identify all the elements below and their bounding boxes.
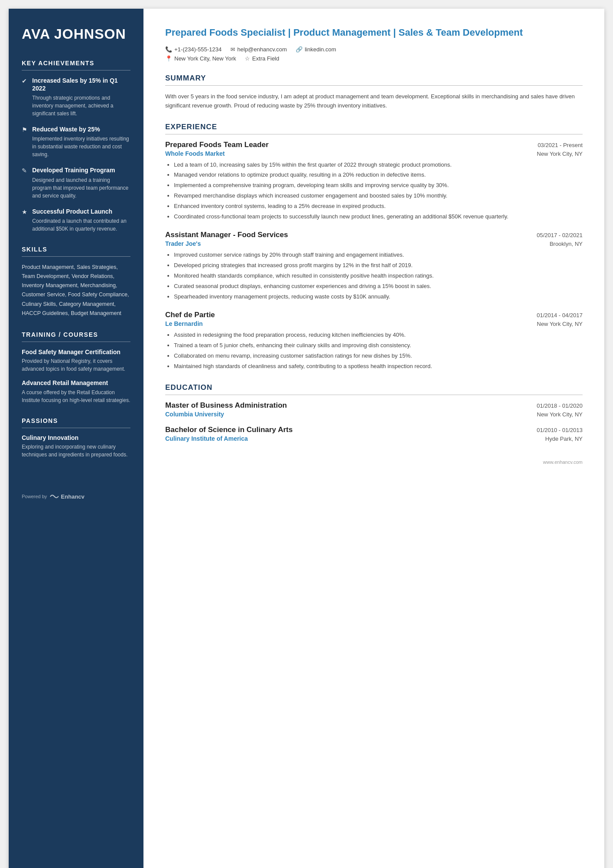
- skills-title: SKILLS: [22, 246, 130, 253]
- location-value: New York City, New York: [174, 55, 236, 62]
- achievement-item-1: ✔ Increased Sales by 15% in Q1 2022 Thro…: [22, 77, 130, 117]
- exp-company-row-1: Whole Foods Market New York City, NY: [165, 150, 583, 157]
- exp-bullet-1-4: Revamped merchandise displays which incr…: [174, 191, 583, 201]
- contact-row-2: 📍 New York City, New York ☆ Extra Field: [165, 55, 583, 62]
- main-footer: www.enhancv.com: [165, 459, 583, 465]
- exp-dates-1: 03/2021 - Present: [538, 142, 583, 148]
- powered-by-label: Powered by: [22, 494, 47, 499]
- training-course-2-desc: A course offered by the Retail Education…: [22, 389, 130, 404]
- exp-bullets-1: Led a team of 10, increasing sales by 15…: [165, 161, 583, 221]
- exp-title-3: Chef de Partie: [165, 311, 215, 319]
- achievement-title-1: Increased Sales by 15% in Q1 2022: [32, 77, 130, 92]
- exp-item-1: Prepared Foods Team Leader 03/2021 - Pre…: [165, 141, 583, 221]
- achievement-desc-4: Coordinated a launch that contributed an…: [22, 217, 130, 233]
- achievement-header-4: ★ Successful Product Launch: [22, 208, 130, 215]
- skills-text: Product Management, Sales Strategies, Te…: [22, 263, 130, 318]
- training-course-1-desc: Provided by National Registry, it covers…: [22, 357, 130, 373]
- summary-text: With over 5 years in the food service in…: [165, 92, 583, 111]
- training-title: TRAINING / COURSES: [22, 331, 130, 338]
- edu-school-row-2: Culinary Institute of America Hyde Park,…: [165, 435, 583, 442]
- edu-school-row-1: Columbia University New York City, NY: [165, 411, 583, 418]
- contact-linkedin: 🔗 linkedin.com: [296, 46, 336, 53]
- achievement-item-2: ⚑ Reduced Waste by 25% Implemented inven…: [22, 125, 130, 158]
- exp-bullet-3-3: Collaborated on menu revamp, increasing …: [174, 352, 583, 361]
- checkmark-icon: ✔: [22, 77, 29, 84]
- edu-location-2: Hyde Park, NY: [545, 436, 583, 442]
- exp-header-1: Prepared Foods Team Leader 03/2021 - Pre…: [165, 141, 583, 149]
- exp-bullet-3-4: Maintained high standards of cleanliness…: [174, 362, 583, 371]
- training-course-1-title: Food Safety Manager Certification: [22, 348, 130, 356]
- exp-title-2: Assistant Manager - Food Services: [165, 231, 288, 239]
- passions-divider: [22, 428, 130, 428]
- achievement-desc-2: Implemented inventory initiatives result…: [22, 135, 130, 158]
- passions-title: PASSIONS: [22, 417, 130, 424]
- achievement-title-4: Successful Product Launch: [32, 208, 112, 215]
- edu-header-1: Master of Business Administration 01/201…: [165, 401, 583, 410]
- achievements-title: KEY ACHIEVEMENTS: [22, 60, 130, 67]
- star-icon: ★: [22, 208, 29, 215]
- exp-header-2: Assistant Manager - Food Services 05/201…: [165, 231, 583, 239]
- training-section: TRAINING / COURSES Food Safety Manager C…: [22, 331, 130, 404]
- education-section-title: EDUCATION: [165, 383, 583, 392]
- summary-divider: [165, 85, 583, 86]
- exp-location-1: New York City, NY: [537, 151, 583, 157]
- achievements-divider: [22, 70, 130, 70]
- achievement-desc-3: Designed and launched a training program…: [22, 176, 130, 200]
- enhancv-logo-svg: [50, 493, 59, 499]
- exp-company-1: Whole Foods Market: [165, 150, 225, 157]
- exp-bullet-2-5: Spearheaded inventory management project…: [174, 292, 583, 302]
- edu-item-2: Bachelor of Science in Culinary Arts 01/…: [165, 426, 583, 442]
- training-course-2-title: Advanced Retail Management: [22, 379, 130, 387]
- exp-bullet-2-4: Curated seasonal product displays, enhan…: [174, 282, 583, 291]
- pencil-icon: ✎: [22, 167, 29, 174]
- exp-dates-3: 01/2014 - 04/2017: [536, 312, 583, 318]
- linkedin-icon: 🔗: [296, 46, 303, 53]
- exp-header-3: Chef de Partie 01/2014 - 04/2017: [165, 311, 583, 319]
- training-item-2: Advanced Retail Management A course offe…: [22, 379, 130, 404]
- contact-extra: ☆ Extra Field: [245, 55, 279, 62]
- main-content: Prepared Foods Specialist | Product Mana…: [143, 9, 604, 868]
- email-icon: ✉: [230, 46, 235, 53]
- exp-bullets-3: Assisted in redesigning the food prepara…: [165, 331, 583, 371]
- exp-bullet-2-3: Monitored health standards compliance, w…: [174, 271, 583, 281]
- sidebar-footer: Powered by Enhancv: [22, 493, 130, 500]
- headline: Prepared Foods Specialist | Product Mana…: [165, 26, 583, 39]
- exp-title-1: Prepared Foods Team Leader: [165, 141, 269, 149]
- location-icon: 📍: [165, 55, 172, 62]
- achievement-item-4: ★ Successful Product Launch Coordinated …: [22, 208, 130, 233]
- achievement-header-1: ✔ Increased Sales by 15% in Q1 2022: [22, 77, 130, 92]
- flag-icon: ⚑: [22, 126, 29, 133]
- passions-section: PASSIONS Culinary Innovation Exploring a…: [22, 417, 130, 459]
- education-divider: [165, 395, 583, 395]
- edu-school-2: Culinary Institute of America: [165, 435, 248, 442]
- achievement-title-3: Developed Training Program: [32, 166, 115, 174]
- skills-divider: [22, 256, 130, 257]
- website-url: www.enhancv.com: [543, 459, 583, 465]
- exp-bullet-2-2: Developed pricing strategies that increa…: [174, 261, 583, 270]
- exp-location-2: Brooklyn, NY: [550, 241, 583, 247]
- exp-location-3: New York City, NY: [537, 321, 583, 327]
- training-divider: [22, 342, 130, 342]
- linkedin-value: linkedin.com: [305, 46, 336, 53]
- email-value: help@enhancv.com: [237, 46, 287, 53]
- experience-divider: [165, 134, 583, 134]
- extra-icon: ☆: [245, 55, 250, 62]
- contact-location: 📍 New York City, New York: [165, 55, 236, 62]
- achievement-header-3: ✎ Developed Training Program: [22, 166, 130, 174]
- edu-dates-2: 01/2010 - 01/2013: [536, 427, 583, 433]
- exp-item-2: Assistant Manager - Food Services 05/201…: [165, 231, 583, 301]
- resume-container: AVA JOHNSON KEY ACHIEVEMENTS ✔ Increased…: [9, 9, 604, 868]
- exp-bullet-3-1: Assisted in redesigning the food prepara…: [174, 331, 583, 340]
- exp-bullets-2: Improved customer service ratings by 20%…: [165, 251, 583, 301]
- edu-school-1: Columbia University: [165, 411, 224, 418]
- exp-bullet-1-5: Enhanced inventory control systems, lead…: [174, 202, 583, 211]
- enhancv-logo: Enhancv: [50, 493, 84, 500]
- edu-degree-2: Bachelor of Science in Culinary Arts: [165, 426, 293, 434]
- achievement-item-3: ✎ Developed Training Program Designed an…: [22, 166, 130, 199]
- phone-value: +1-(234)-555-1234: [174, 46, 222, 53]
- edu-location-1: New York City, NY: [537, 411, 583, 418]
- exp-dates-2: 05/2017 - 02/2021: [536, 232, 583, 238]
- experience-section-title: EXPERIENCE: [165, 123, 583, 131]
- exp-company-row-2: Trader Joe's Brooklyn, NY: [165, 240, 583, 247]
- contact-email: ✉ help@enhancv.com: [230, 46, 287, 53]
